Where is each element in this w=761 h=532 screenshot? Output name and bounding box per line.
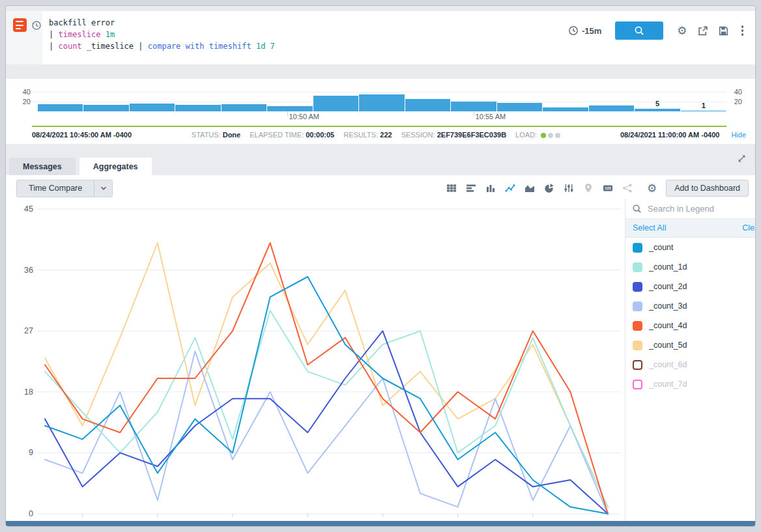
line-chart-icon[interactable]	[505, 183, 515, 193]
histogram-bar: 1	[680, 89, 726, 111]
legend-swatch[interactable]	[633, 243, 642, 253]
expand-panel-icon[interactable]	[736, 153, 747, 167]
legend-item[interactable]: _count_1d	[625, 257, 756, 277]
pie-chart-icon[interactable]	[544, 183, 554, 193]
chart-toolbar: Time Compare 123 ⚙ Add to Dashboard	[6, 175, 755, 199]
time-compare-label: Time Compare	[17, 184, 94, 193]
legend-search-input[interactable]	[648, 204, 756, 214]
legend-swatch[interactable]	[633, 262, 642, 272]
save-icon[interactable]	[718, 25, 729, 36]
time-range-label: -15m	[582, 26, 601, 36]
search-history-icon[interactable]	[31, 20, 42, 31]
map-pin-icon	[583, 183, 594, 193]
histogram-ytick: 40	[734, 88, 742, 96]
area-chart-icon[interactable]	[524, 183, 535, 193]
legend-item[interactable]: _count_2d	[625, 277, 756, 296]
legend-label: _count_1d	[649, 262, 687, 272]
table-icon[interactable]	[446, 183, 457, 193]
histogram-bar	[129, 89, 175, 111]
range-start-time: 08/24/2021 10:45:00 AM -0400	[32, 131, 132, 139]
histogram-bar	[313, 89, 359, 111]
status-bar: 08/24/2021 10:45:00 AM -0400 STATUS: Don…	[32, 131, 746, 139]
histogram-bar	[543, 89, 589, 111]
legend-item[interactable]: _count_4d	[625, 316, 756, 335]
legend-swatch[interactable]	[633, 360, 642, 370]
tab-messages[interactable]: Messages	[9, 158, 76, 175]
legend-item[interactable]: _count_3d	[625, 296, 756, 316]
search-window: backfill error| timeslice 1m| count _tim…	[5, 5, 756, 527]
y-axis-label: 18	[24, 387, 33, 397]
aggregates-panel: Time Compare 123 ⚙ Add to Dashboard 0918…	[6, 175, 755, 527]
legend-panel: Select All Clear _count _count_1d _count…	[625, 199, 756, 527]
series-line-_count_3d	[45, 351, 608, 514]
load-indicator	[541, 133, 560, 138]
legend-swatch[interactable]	[633, 321, 642, 331]
hide-link[interactable]: Hide	[731, 131, 746, 139]
histogram-time-label: 10:50 AM	[289, 113, 319, 120]
app-logo-icon	[13, 18, 27, 32]
single-value-icon[interactable]: 123	[603, 183, 613, 193]
legend-swatch[interactable]	[633, 380, 642, 389]
legend-label: _count_3d	[649, 301, 687, 311]
clear-link[interactable]: Clear	[742, 223, 756, 232]
results-tabs: Messages Aggregates	[6, 150, 755, 175]
legend-swatch[interactable]	[633, 341, 642, 350]
status-item: STATUS: Done	[192, 131, 240, 139]
histogram-bar	[405, 89, 451, 111]
histogram-bar	[496, 89, 543, 111]
query-gutter	[6, 11, 42, 64]
legend-item[interactable]: _count	[625, 238, 756, 257]
y-axis-label: 0	[29, 509, 33, 518]
select-all-link[interactable]: Select All	[633, 223, 666, 232]
legend-label: _count_7d	[649, 380, 687, 389]
line-chart: 091827364510:46 AM10:48 AM10:50 AM10:52 …	[6, 199, 625, 527]
add-to-dashboard-button[interactable]: Add to Dashboard	[666, 180, 749, 197]
histogram-time-label: 10:55 AM	[476, 113, 506, 120]
search-settings-gear-icon[interactable]: ⚙	[677, 25, 687, 36]
histogram-bar	[588, 89, 635, 111]
share-icon[interactable]	[697, 25, 708, 36]
svg-text:123: 123	[605, 186, 610, 190]
chevron-down-icon	[94, 180, 112, 197]
legend-label: _count_6d	[649, 360, 687, 369]
status-item: LOAD:	[515, 131, 560, 139]
histogram-bar	[221, 89, 267, 111]
legend-item[interactable]: _count_5d	[625, 335, 756, 355]
histogram-bar-value: 5	[635, 100, 681, 107]
range-end-time: 08/24/2021 11:00:00 AM -0400	[620, 131, 719, 139]
histogram-bar	[451, 89, 497, 111]
run-search-button[interactable]	[615, 21, 663, 40]
legend-label: _count_4d	[649, 321, 687, 330]
bottom-scrollbar[interactable]	[6, 521, 755, 526]
chart-settings-gear-icon[interactable]: ⚙	[647, 183, 657, 194]
query-controls: -15m ⚙	[568, 21, 746, 40]
y-axis-label: 9	[29, 448, 33, 457]
time-compare-dropdown[interactable]: Time Compare	[16, 180, 113, 197]
more-options-icon[interactable]	[739, 24, 747, 37]
histogram-bars: 51	[37, 89, 726, 111]
histogram-bar: 5	[635, 89, 681, 111]
legend-items: _count _count_1d _count_2d _count_3d _co…	[625, 238, 756, 394]
box-plot-icon[interactable]	[564, 183, 574, 193]
histogram-bar-value: 1	[680, 102, 726, 109]
chart-type-toolbar: 123	[446, 183, 633, 193]
legend-label: _count	[649, 243, 674, 252]
histogram-ytick: 20	[20, 98, 31, 105]
bar-chart-icon[interactable]	[485, 183, 496, 193]
legend-swatch[interactable]	[633, 301, 642, 311]
legend-item[interactable]: _count_6d	[625, 355, 756, 374]
flow-diagram-icon	[622, 183, 633, 193]
query-bar: backfill error| timeslice 1m| count _tim…	[6, 11, 755, 64]
histogram-bar	[83, 89, 130, 111]
status-item: RESULTS: 222	[343, 131, 392, 139]
legend-label: _count_5d	[649, 341, 687, 350]
bar-horizontal-icon[interactable]	[466, 183, 476, 193]
histogram-ytick: 20	[734, 98, 742, 105]
legend-item[interactable]: _count_7d	[625, 374, 756, 394]
legend-swatch[interactable]	[633, 282, 642, 292]
histogram-bar	[267, 89, 313, 111]
clock-icon	[568, 25, 579, 36]
time-range-button[interactable]: -15m	[568, 25, 601, 36]
tab-aggregates[interactable]: Aggregates	[79, 158, 152, 175]
histogram-bar	[359, 89, 405, 111]
